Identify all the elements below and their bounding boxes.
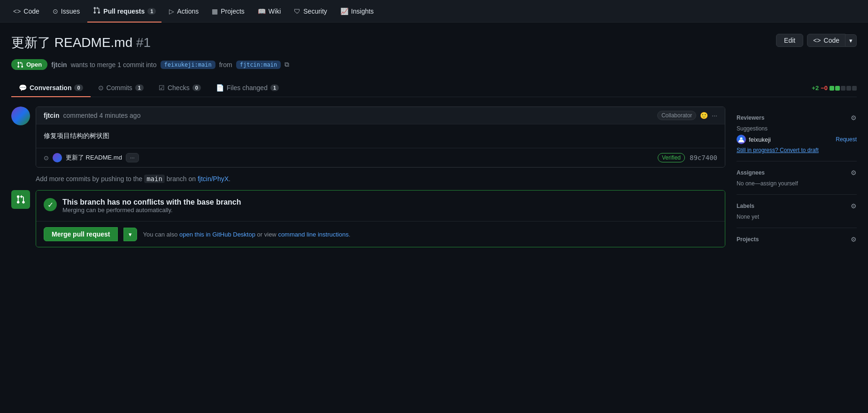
pr-title-buttons: Edit <> Code ▾ bbox=[776, 34, 857, 47]
merge-pull-request-button[interactable]: Merge pull request bbox=[44, 227, 118, 241]
code-arrow-button[interactable]: ▾ bbox=[845, 34, 857, 47]
tab-commits[interactable]: ⊙ Commits 1 bbox=[91, 79, 151, 97]
pr-subtitle: Open fjtcin wants to merge 1 commit into… bbox=[11, 59, 857, 70]
top-nav: <> Code ⊙ Issues Pull requests 1 ▷ Actio… bbox=[0, 0, 868, 23]
reviewer-item: feixukeji Request bbox=[737, 135, 857, 144]
issues-icon: ⊙ bbox=[53, 8, 58, 15]
projects-icon: ▦ bbox=[212, 8, 218, 15]
nav-actions[interactable]: ▷ Actions bbox=[163, 5, 204, 18]
actions-icon: ▷ bbox=[169, 8, 174, 15]
nav-insights[interactable]: 📈 Insights bbox=[335, 5, 379, 18]
verified-badge: Verified bbox=[658, 153, 685, 162]
comment-header-right: Collaborator 🙂 ··· bbox=[657, 111, 717, 120]
commit-name: 更新了 README.md bbox=[66, 153, 122, 162]
comment-footer: ⊙ 更新了 README.md ··· Verified 89c7400 bbox=[36, 148, 725, 167]
nav-wiki[interactable]: 📖 Wiki bbox=[252, 5, 286, 18]
nav-issues[interactable]: ⊙ Issues bbox=[47, 5, 85, 18]
merge-container: ✓ This branch has no conflicts with the … bbox=[11, 190, 725, 247]
nav-pull-requests[interactable]: Pull requests 1 bbox=[87, 4, 161, 18]
merge-icon bbox=[11, 190, 30, 209]
pr-title: 更新了 README.md #1 bbox=[11, 34, 151, 52]
merge-box: ✓ This branch has no conflicts with the … bbox=[36, 190, 725, 247]
sidebar-reviewers-header: Reviewers ⚙ bbox=[737, 114, 857, 122]
labels-content: None yet bbox=[737, 214, 857, 220]
comment-container: fjtcin commented 4 minutes ago Collabora… bbox=[11, 107, 725, 168]
sidebar-assignees-section: Assignees ⚙ No one—assign yourself bbox=[737, 161, 857, 195]
code-button[interactable]: <> Code bbox=[807, 34, 845, 47]
comment-header: fjtcin commented 4 minutes ago Collabora… bbox=[36, 107, 725, 124]
code-icon: <> bbox=[13, 8, 21, 15]
diff-block-3 bbox=[841, 86, 845, 91]
merge-status: ✓ This branch has no conflicts with the … bbox=[36, 191, 725, 221]
reviewer-name[interactable]: feixukeji bbox=[749, 136, 771, 143]
assignees-title: Assignees bbox=[737, 169, 765, 176]
emoji-reaction-icon[interactable]: 🙂 bbox=[700, 112, 708, 119]
convert-to-draft-link[interactable]: Still in progress? Convert to draft bbox=[737, 147, 857, 153]
pull-requests-badge: 1 bbox=[147, 8, 156, 15]
nav-code[interactable]: <> Code bbox=[8, 5, 45, 18]
nav-projects[interactable]: ▦ Projects bbox=[206, 5, 250, 18]
diff-block-4 bbox=[846, 86, 851, 91]
repo-link[interactable]: fjtcin/PhyX bbox=[198, 175, 229, 183]
labels-title: Labels bbox=[737, 203, 754, 209]
comment-box: fjtcin commented 4 minutes ago Collabora… bbox=[36, 107, 725, 168]
conversation-icon: 💬 bbox=[19, 84, 27, 92]
info-text: Add more commits by pushing to the main … bbox=[11, 175, 725, 183]
tab-checks[interactable]: ☑ Checks 0 bbox=[151, 79, 208, 97]
labels-none: None yet bbox=[737, 214, 759, 220]
comment-menu-icon[interactable]: ··· bbox=[712, 112, 717, 119]
wiki-icon: 📖 bbox=[258, 8, 266, 15]
sidebar-labels-header: Labels ⚙ bbox=[737, 202, 857, 210]
pr-main: fjtcin commented 4 minutes ago Collabora… bbox=[11, 107, 725, 254]
copy-icon[interactable]: ⧉ bbox=[284, 61, 289, 69]
merge-status-text: This branch has no conflicts with the ba… bbox=[62, 198, 241, 214]
commit-hash: 89c7400 bbox=[690, 154, 717, 161]
pr-author: fjtcin bbox=[51, 61, 67, 69]
edit-button[interactable]: Edit bbox=[776, 34, 803, 47]
conversation-badge: 0 bbox=[74, 84, 83, 91]
comment-header-left: fjtcin commented 4 minutes ago bbox=[44, 112, 140, 119]
merge-check-icon: ✓ bbox=[44, 198, 57, 211]
command-line-link[interactable]: command line instructions bbox=[278, 231, 348, 238]
sidebar-labels-section: Labels ⚙ None yet bbox=[737, 195, 857, 228]
projects-gear-icon[interactable]: ⚙ bbox=[851, 236, 857, 243]
labels-gear-icon[interactable]: ⚙ bbox=[851, 202, 857, 210]
diff-block-5 bbox=[852, 86, 857, 91]
nav-security[interactable]: 🛡 Security bbox=[288, 5, 333, 18]
comment-text: 修复项目结构的树状图 bbox=[44, 132, 717, 140]
content-area: 更新了 README.md #1 Edit <> Code ▾ Open bbox=[0, 23, 868, 266]
request-link[interactable]: Request bbox=[836, 136, 857, 143]
pr-title-area: 更新了 README.md #1 Edit <> Code ▾ bbox=[11, 34, 857, 52]
github-desktop-link[interactable]: open this in GitHub Desktop bbox=[179, 231, 255, 238]
avatar bbox=[11, 107, 30, 125]
reviewers-gear-icon[interactable]: ⚙ bbox=[851, 114, 857, 122]
diff-block-2 bbox=[835, 86, 840, 91]
sidebar-reviewers-section: Reviewers ⚙ Suggestions feixukeji bbox=[737, 107, 857, 161]
pr-base-branch[interactable]: feixukeji:main bbox=[161, 61, 215, 69]
reviewers-content: Suggestions feixukeji Request Still in p… bbox=[737, 125, 857, 153]
no-conflicts-desc: Merging can be performed automatically. bbox=[62, 206, 241, 214]
merge-actions: Merge pull request ▾ You can also open t… bbox=[36, 222, 725, 247]
pr-head-branch[interactable]: fjtcin:main bbox=[236, 61, 281, 69]
assignees-content: No one—assign yourself bbox=[737, 180, 857, 187]
commit-author-avatar bbox=[53, 153, 62, 162]
diff-stat: +2 −0 bbox=[812, 84, 857, 92]
diff-block-1 bbox=[830, 86, 834, 91]
no-conflicts-title: This branch has no conflicts with the ba… bbox=[62, 198, 241, 206]
sidebar-projects-header: Projects ⚙ bbox=[737, 236, 857, 243]
tab-conversation[interactable]: 💬 Conversation 0 bbox=[11, 79, 91, 97]
assignees-gear-icon[interactable]: ⚙ bbox=[851, 169, 857, 176]
security-icon: 🛡 bbox=[294, 8, 300, 15]
reviewer-left: feixukeji bbox=[737, 135, 771, 144]
merge-dropdown-button[interactable]: ▾ bbox=[123, 228, 137, 241]
comment-author[interactable]: fjtcin bbox=[44, 112, 59, 119]
files-changed-badge: 1 bbox=[270, 84, 279, 91]
avatar-image bbox=[11, 107, 30, 125]
checks-icon: ☑ bbox=[159, 84, 165, 92]
tab-files-changed[interactable]: 📄 Files changed 1 bbox=[208, 79, 286, 97]
commit-dots-button[interactable]: ··· bbox=[126, 153, 139, 162]
diff-deletions: −0 bbox=[821, 84, 828, 92]
suggestions-label: Suggestions bbox=[737, 125, 857, 132]
reviewer-avatar bbox=[737, 135, 746, 144]
commits-badge: 1 bbox=[135, 84, 144, 91]
